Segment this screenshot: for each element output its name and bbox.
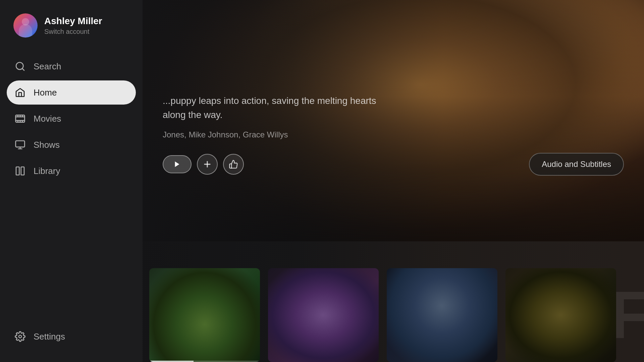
hero-description: ...puppy leaps into action, saving the m… xyxy=(163,94,397,122)
settings-section: Settings xyxy=(0,318,143,362)
home-icon xyxy=(14,86,26,99)
sidebar-item-library[interactable]: Library xyxy=(7,159,136,183)
thumbnail-2[interactable] xyxy=(268,268,379,362)
user-name: Ashley Miller xyxy=(44,15,102,27)
nav-section: Search Home xyxy=(0,48,143,318)
thumbnail-4[interactable] xyxy=(505,268,616,362)
sidebar-item-settings[interactable]: Settings xyxy=(7,324,136,349)
svg-rect-15 xyxy=(21,167,24,175)
sidebar-item-library-label: Library xyxy=(34,166,60,176)
hero-cast: Jones, Mike Johnson, Grace Willys xyxy=(163,130,624,139)
main-content: ...puppy leaps into action, saving the m… xyxy=(143,0,644,362)
shows-icon xyxy=(14,139,26,151)
sidebar-item-movies[interactable]: Movies xyxy=(7,107,136,131)
search-icon xyxy=(14,60,26,72)
sidebar-item-home-label: Home xyxy=(34,87,57,98)
sidebar-item-search[interactable]: Search xyxy=(7,54,136,78)
thumbnail-1-progress-track xyxy=(149,361,260,362)
user-info: Ashley Miller Switch account xyxy=(44,15,102,36)
svg-marker-17 xyxy=(175,162,179,167)
thumbnail-1[interactable] xyxy=(149,268,260,362)
like-button[interactable] xyxy=(223,154,244,175)
svg-rect-11 xyxy=(16,141,25,147)
settings-icon xyxy=(14,330,26,343)
thumbnail-1-progress-bar xyxy=(149,361,194,362)
sidebar-item-search-label: Search xyxy=(34,61,61,72)
audio-subtitles-button[interactable]: Audio and Subtitles xyxy=(529,153,624,176)
sidebar-item-movies-label: Movies xyxy=(34,114,61,124)
svg-rect-14 xyxy=(16,167,19,175)
sidebar: Ashley Miller Switch account Search xyxy=(0,0,143,362)
sidebar-item-shows[interactable]: Shows xyxy=(7,133,136,157)
sidebar-item-shows-label: Shows xyxy=(34,140,60,150)
user-profile[interactable]: Ashley Miller Switch account xyxy=(0,0,143,48)
hero-content: ...puppy leaps into action, saving the m… xyxy=(163,94,624,176)
avatar xyxy=(13,13,38,38)
svg-point-16 xyxy=(19,335,21,338)
library-icon xyxy=(14,165,26,177)
thumbnails-row xyxy=(143,255,644,362)
action-buttons: Audio and Subtitles xyxy=(163,153,624,176)
sidebar-item-home[interactable]: Home xyxy=(7,80,136,105)
play-button[interactable] xyxy=(163,155,192,173)
thumbnail-3[interactable] xyxy=(387,268,497,362)
movies-icon xyxy=(14,113,26,125)
svg-line-1 xyxy=(22,68,24,70)
switch-account-link[interactable]: Switch account xyxy=(44,28,102,36)
add-to-list-button[interactable] xyxy=(197,154,218,175)
sidebar-item-settings-label: Settings xyxy=(34,331,65,342)
